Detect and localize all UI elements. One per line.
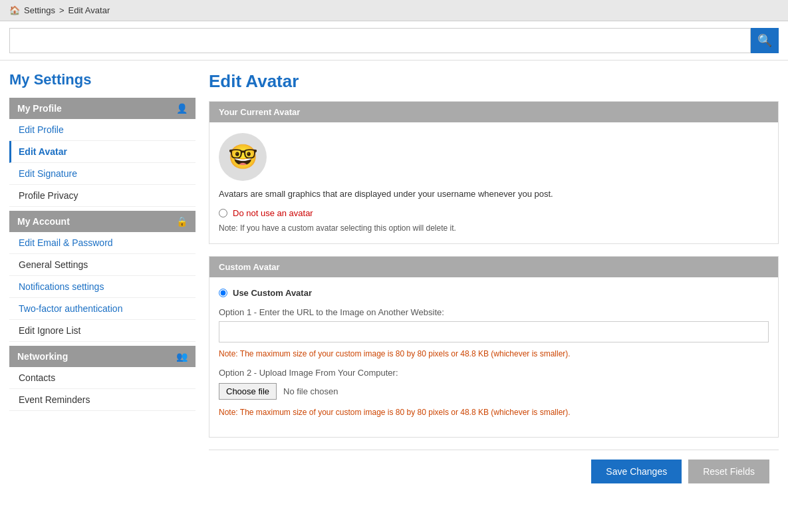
use-custom-option[interactable]: Use Custom Avatar bbox=[219, 288, 769, 298]
avatar-emoji: 🤓 bbox=[228, 143, 258, 171]
my-profile-menu: Edit Profile Edit Avatar Edit Signature … bbox=[9, 119, 196, 207]
lock-icon: 🔒 bbox=[176, 216, 188, 227]
no-avatar-radio[interactable] bbox=[219, 209, 227, 217]
content-area: Edit Avatar Your Current Avatar 🤓 Avatar… bbox=[209, 71, 779, 493]
no-avatar-option[interactable]: Do not use an avatar bbox=[219, 208, 769, 218]
section-label-my-account: My Account bbox=[17, 216, 70, 227]
sidebar-item-general-settings[interactable]: General Settings bbox=[9, 254, 196, 276]
breadcrumb-separator: > bbox=[59, 5, 65, 15]
choose-file-button[interactable]: Choose file bbox=[219, 383, 277, 400]
current-avatar-header: Your Current Avatar bbox=[209, 102, 778, 122]
current-avatar-section: Your Current Avatar 🤓 Avatars are small … bbox=[209, 101, 779, 244]
edit-email-password-link[interactable]: Edit Email & Password bbox=[9, 232, 196, 253]
contacts-link[interactable]: Contacts bbox=[9, 367, 196, 388]
search-button[interactable]: 🔍 bbox=[751, 28, 779, 53]
use-custom-label: Use Custom Avatar bbox=[233, 288, 312, 298]
main-container: My Settings My Profile 👤 Edit Profile Ed… bbox=[0, 61, 788, 503]
sidebar-item-edit-avatar[interactable]: Edit Avatar bbox=[9, 141, 196, 163]
event-reminders-link[interactable]: Event Reminders bbox=[9, 389, 196, 410]
person-icon: 👤 bbox=[176, 103, 188, 114]
my-account-menu: Edit Email & Password General Settings N… bbox=[9, 232, 196, 342]
section-label-networking: Networking bbox=[17, 351, 68, 362]
two-factor-link[interactable]: Two-factor authentication bbox=[9, 298, 196, 319]
sidebar-item-edit-ignore-list[interactable]: Edit Ignore List bbox=[9, 320, 196, 342]
avatar-image: 🤓 bbox=[219, 133, 267, 181]
sidebar-item-notifications-settings[interactable]: Notifications settings bbox=[9, 276, 196, 298]
search-bar: 🔍 bbox=[0, 21, 788, 61]
no-file-text: No file chosen bbox=[283, 386, 338, 396]
general-settings-link[interactable]: General Settings bbox=[9, 254, 196, 275]
profile-privacy-link[interactable]: Profile Privacy bbox=[9, 185, 196, 206]
option2-label: Option 2 - Upload Image From Your Comput… bbox=[219, 368, 769, 378]
sidebar-title: My Settings bbox=[9, 71, 196, 88]
use-custom-radio[interactable] bbox=[219, 289, 227, 297]
current-avatar-body: 🤓 Avatars are small graphics that are di… bbox=[209, 122, 778, 243]
avatar-description: Avatars are small graphics that are disp… bbox=[219, 189, 769, 199]
max-size-note-1: Note: The maximum size of your custom im… bbox=[219, 349, 769, 358]
option1-label: Option 1 - Enter the URL to the Image on… bbox=[219, 307, 769, 317]
reset-fields-button[interactable]: Reset Fields bbox=[688, 460, 769, 483]
sidebar-item-contacts[interactable]: Contacts bbox=[9, 367, 196, 389]
custom-avatar-header: Custom Avatar bbox=[209, 257, 778, 277]
bottom-bar: Save Changes Reset Fields bbox=[209, 450, 779, 493]
edit-avatar-link[interactable]: Edit Avatar bbox=[11, 141, 196, 162]
edit-profile-link[interactable]: Edit Profile bbox=[9, 119, 196, 140]
search-input[interactable] bbox=[9, 28, 751, 53]
max-size-note-2: Note: The maximum size of your custom im… bbox=[219, 408, 769, 417]
sidebar-section-my-account: My Account 🔒 bbox=[9, 211, 196, 232]
no-avatar-note: Note: If you have a custom avatar select… bbox=[219, 223, 769, 233]
sidebar: My Settings My Profile 👤 Edit Profile Ed… bbox=[9, 71, 196, 493]
sidebar-section-networking: Networking 👥 bbox=[9, 346, 196, 367]
sidebar-item-edit-email-password[interactable]: Edit Email & Password bbox=[9, 232, 196, 254]
sidebar-item-edit-profile[interactable]: Edit Profile bbox=[9, 119, 196, 141]
home-icon: 🏠 bbox=[9, 5, 20, 15]
url-input[interactable] bbox=[219, 321, 769, 342]
top-bar: 🏠 Settings > Edit Avatar bbox=[0, 0, 788, 21]
notifications-settings-link[interactable]: Notifications settings bbox=[9, 276, 196, 297]
no-avatar-label: Do not use an avatar bbox=[233, 208, 313, 218]
custom-avatar-section: Custom Avatar Use Custom Avatar Option 1… bbox=[209, 256, 779, 438]
sidebar-item-event-reminders[interactable]: Event Reminders bbox=[9, 389, 196, 411]
file-upload-row: Choose file No file chosen bbox=[219, 383, 769, 400]
edit-ignore-list-link[interactable]: Edit Ignore List bbox=[9, 320, 196, 341]
section-label-my-profile: My Profile bbox=[17, 103, 62, 114]
page-title: Edit Avatar bbox=[209, 71, 779, 92]
save-changes-button[interactable]: Save Changes bbox=[591, 460, 682, 483]
sidebar-item-edit-signature[interactable]: Edit Signature bbox=[9, 163, 196, 185]
breadcrumb-current: Edit Avatar bbox=[68, 5, 110, 15]
custom-avatar-body: Use Custom Avatar Option 1 - Enter the U… bbox=[209, 277, 778, 437]
breadcrumb-settings: Settings bbox=[24, 5, 55, 15]
search-icon: 🔍 bbox=[757, 33, 772, 48]
sidebar-item-two-factor[interactable]: Two-factor authentication bbox=[9, 298, 196, 320]
sidebar-item-profile-privacy[interactable]: Profile Privacy bbox=[9, 185, 196, 207]
networking-icon: 👥 bbox=[176, 351, 188, 362]
edit-signature-link[interactable]: Edit Signature bbox=[9, 163, 196, 184]
networking-menu: Contacts Event Reminders bbox=[9, 367, 196, 411]
sidebar-section-my-profile: My Profile 👤 bbox=[9, 98, 196, 119]
